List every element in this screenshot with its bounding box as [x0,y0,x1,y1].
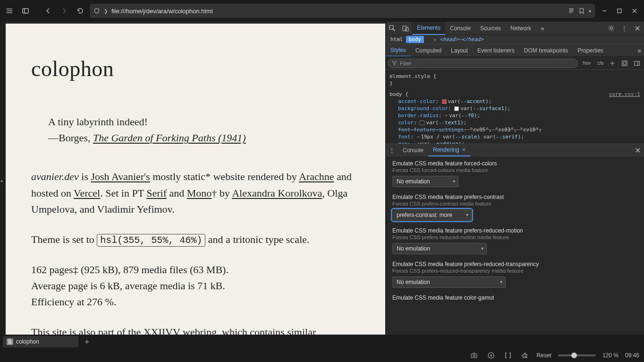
crumb-body[interactable]: body [406,36,424,43]
rendering-pane[interactable]: Emulate CSS media feature forced-colorsF… [386,156,644,335]
zoom-level: 120 % [602,352,619,359]
stats-line-2: Average page is 6 kB, average media is 7… [31,278,360,294]
chevron-down-icon[interactable]: ❯ [104,9,108,14]
close-icon[interactable] [628,4,641,17]
new-rule-icon[interactable] [607,60,618,67]
stab-dombreakpoints[interactable]: DOM breakpoints [519,44,573,57]
favicon-icon [7,338,13,345]
inspect-icon[interactable] [386,22,399,35]
dom-breadcrumb: html body ▸ <head>⋯</head> [386,35,644,44]
browser-tab[interactable]: colophon [3,336,78,347]
stab-styles[interactable]: Styles [386,44,411,57]
maximize-icon[interactable] [613,4,626,17]
close-icon[interactable] [632,144,644,156]
device-toggle-icon[interactable] [399,22,412,35]
more-tabs-icon[interactable]: » [536,22,549,35]
stab-eventlisteners[interactable]: Event listeners [473,44,519,57]
extensions-icon[interactable] [520,350,530,361]
theme-color-code: hsl(355, 55%, 46%) [97,234,205,247]
sidebar-toggle-icon[interactable] [632,60,642,67]
expand-handle-icon[interactable]: ▸ [1,178,3,183]
reload-icon[interactable] [74,4,87,17]
more-tabs-icon[interactable]: » [635,47,644,54]
css-declaration[interactable]: background-color: var(--surface1); [390,105,640,112]
emulation-subtitle: Forces CSS prefers-reduced-transparency … [392,268,637,274]
computed-toggle-icon[interactable] [619,60,630,67]
emulation-title: Emulate CSS media feature forced-colors [392,160,637,167]
emulation-subtitle: Forces CSS prefers-contrast media featur… [392,201,637,207]
zoom-reset[interactable]: Reset [537,352,551,359]
tab-network[interactable]: Network [506,22,536,35]
svg-rect-7 [623,62,626,64]
tab-sources[interactable]: Sources [475,22,506,35]
gear-icon[interactable] [604,22,618,35]
drawer-tab-console[interactable]: Console [398,144,428,156]
quote-work-link[interactable]: The Garden of Forking Paths (1941) [93,132,246,144]
author-link[interactable]: Josh Avanier's [91,171,150,182]
stab-computed[interactable]: Computed [411,44,446,57]
css-declaration[interactable]: border-radius: ▸var(--f0); [390,112,640,119]
styles-pane[interactable]: element.style { } core.css:1 body { acce… [386,70,644,144]
emulation-select[interactable]: No emulation [392,276,506,288]
tab-elements[interactable]: Elements [412,22,445,35]
emulation-subtitle: Forces CSS forced-colours media feature [392,167,637,173]
devtools-drawer: ⋮ Console Rendering × Emulate CSS media … [386,144,644,335]
emulation-title: Emulate CSS media feature prefers-reduce… [392,227,637,234]
emulation-block: Emulate CSS media feature forced-colorsF… [392,160,637,187]
brackets-icon[interactable] [503,350,513,361]
stats-block: 162 pages‡ (925 kB), 879 media files (63… [31,262,360,310]
webring-paragraph: This site is also part of the XXIIVV web… [31,324,360,335]
funnel-icon [392,60,397,66]
stab-properties[interactable]: Properties [573,44,608,57]
font-mono-link[interactable]: Mono [187,187,212,199]
intro-paragraph: avanier.dev is Josh Avanier's mostly sta… [31,169,360,217]
browser-titlebar: ❯ file:///home/j/dev/ara/w/colophon.html… [0,0,644,22]
zoom-slider[interactable] [558,354,596,356]
css-declaration[interactable]: gap: ▸var(--padding); [390,140,640,144]
crumb-html[interactable]: html [388,36,406,43]
cls-toggle[interactable]: .cls [594,60,605,66]
svg-point-10 [473,355,475,357]
css-declaration[interactable]: accent-color: var(--accent); [390,98,640,105]
url-bar[interactable]: ❯ file:///home/j/dev/ara/w/colophon.html… [90,4,595,18]
emulation-block: Emulate CSS media feature prefers-reduce… [392,261,637,288]
forward-icon[interactable] [58,4,71,17]
epigraph: A tiny labyrinth indeed! —Borges, The Ga… [48,114,360,146]
emulation-select[interactable]: No emulation [392,176,458,187]
hov-toggle[interactable]: :hov [580,60,593,66]
minimize-icon[interactable] [598,4,611,17]
tool-link[interactable]: Arachne [299,171,334,182]
host-link[interactable]: Vercel [74,187,100,199]
downloads-icon[interactable] [486,350,496,361]
drawer-tab-rendering[interactable]: Rendering × [428,144,470,156]
zoom-slider-knob[interactable] [571,353,577,358]
css-declaration[interactable]: font: ▸19px / var(--scale) var(--serif); [390,133,640,140]
kebab-icon[interactable]: ⋮ [618,22,631,35]
devtools-toolbar: Elements Console Sources Network » ⋮ [386,22,644,35]
emulation-select[interactable]: prefers-contrast: more [392,209,472,221]
font-serif-link[interactable]: Serif [146,187,167,199]
rendered-page[interactable]: colophon A tiny labyrinth indeed! —Borge… [6,24,385,335]
new-tab-button[interactable]: ＋ [81,336,93,347]
bookmark-icon[interactable] [578,8,585,14]
close-icon[interactable] [631,22,644,35]
sidebar-toggle-icon[interactable] [19,4,32,17]
hamburger-icon[interactable] [3,4,16,17]
styles-sidebar-tabs: Styles Computed Layout Event listeners D… [386,44,644,57]
source-link[interactable]: core.css:1 [609,91,640,98]
emulation-select[interactable]: No emulation [392,243,487,254]
reader-icon[interactable] [568,8,575,14]
back-icon[interactable] [42,4,55,17]
close-icon[interactable]: × [462,147,466,153]
tab-console[interactable]: Console [445,22,475,35]
designer-link[interactable]: Alexandra Korolkova [232,187,322,199]
css-declaration[interactable]: font-feature-settings: "cv05", "ss03", "… [390,126,640,133]
emulation-block: Emulate CSS media feature prefers-reduce… [392,227,637,254]
svg-rect-8 [635,61,640,65]
screenshot-icon[interactable] [469,350,479,361]
chevron-down-icon[interactable]: ▾ [589,9,591,14]
styles-filter-input[interactable]: Filter [388,59,578,68]
stab-layout[interactable]: Layout [446,44,473,57]
kebab-icon[interactable]: ⋮ [386,144,398,156]
css-declaration[interactable]: color: var(--text1); [390,119,640,126]
